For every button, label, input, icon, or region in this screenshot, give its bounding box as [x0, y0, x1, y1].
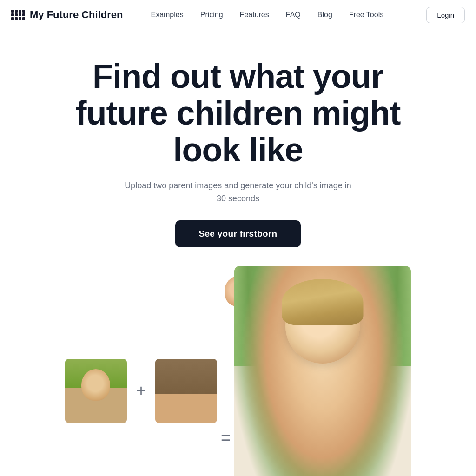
logo-text: My Future Children [30, 9, 123, 21]
plus-symbol: + [136, 359, 146, 423]
hero-title: Find out what your future children might… [57, 58, 419, 169]
hero-section: Find out what your future children might… [0, 30, 476, 247]
nav-links: Examples Pricing Features FAQ Blog Free … [151, 11, 383, 19]
parent-female-photo [155, 359, 217, 423]
nav-faq[interactable]: FAQ [286, 11, 301, 19]
parent-male-photo [65, 359, 127, 423]
hero-subtitle: Upload two parent images and generate yo… [122, 179, 354, 206]
logo-link[interactable]: My Future Children [11, 9, 123, 21]
nav-examples[interactable]: Examples [151, 11, 183, 19]
demo-section: + = [0, 266, 476, 476]
logo-grid-icon [11, 10, 25, 20]
nav-features[interactable]: Features [240, 11, 269, 19]
parents-group: + [65, 359, 217, 423]
nav-blog[interactable]: Blog [317, 11, 332, 19]
parent-images-row: + [65, 359, 217, 423]
cta-button[interactable]: See your firstborn [175, 220, 300, 247]
equals-symbol: = [221, 428, 231, 448]
login-button[interactable]: Login [426, 7, 465, 23]
child-photo-inner [234, 266, 411, 476]
child-photo [234, 266, 411, 476]
nav-free-tools[interactable]: Free Tools [349, 11, 383, 19]
nav-pricing[interactable]: Pricing [200, 11, 223, 19]
nav-right: Login [426, 7, 465, 23]
male-face [81, 369, 110, 401]
navbar: My Future Children Examples Pricing Feat… [0, 0, 476, 30]
